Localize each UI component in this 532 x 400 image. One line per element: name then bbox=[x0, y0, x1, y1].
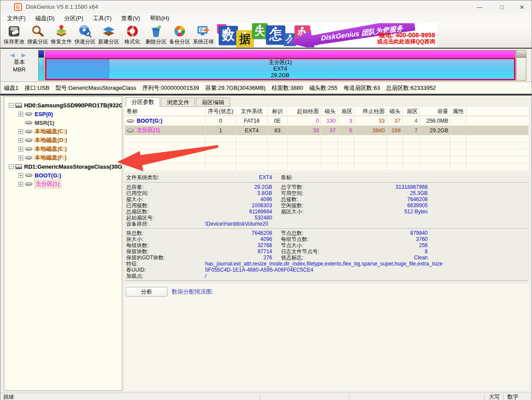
toolbar-button-新建分区[interactable]: 新建分区 bbox=[97, 24, 121, 47]
tab-浏览文件[interactable]: 浏览文件 bbox=[161, 98, 195, 107]
column-header-标识[interactable]: 标识 bbox=[268, 107, 287, 116]
disk-prev-next-arrows-icon[interactable]: ◀ ▶ bbox=[0, 52, 38, 58]
tree-item-label: 本地磁盘(D:) bbox=[35, 136, 67, 144]
menu-item-工具(T)[interactable]: 工具(T) bbox=[90, 14, 115, 23]
table-empty-row[interactable] bbox=[125, 149, 528, 156]
tab-扇区编辑[interactable]: 扇区编辑 bbox=[196, 98, 230, 107]
menu-item-磁盘(D)[interactable]: 磁盘(D) bbox=[32, 14, 58, 23]
toolbar-button-恢复文件[interactable]: 恢复文件 bbox=[50, 24, 73, 47]
menu-item-分区(P)[interactable]: 分区(P) bbox=[61, 14, 86, 23]
empty-cell bbox=[268, 135, 287, 142]
table-empty-row[interactable] bbox=[125, 163, 528, 170]
partition-bar-free[interactable] bbox=[517, 50, 526, 80]
cell-属性 bbox=[450, 126, 466, 135]
toolbar-button-备份分区[interactable]: 备份分区 bbox=[168, 24, 192, 47]
column-header-卷标[interactable]: 卷标 bbox=[125, 107, 206, 116]
cell-磁头: 37 bbox=[387, 116, 403, 125]
collapse-icon[interactable]: − bbox=[9, 103, 14, 108]
toolbar-button-格式化[interactable]: 格式化 bbox=[121, 24, 144, 47]
cell-序号(状态): 1 bbox=[206, 126, 236, 135]
tree-item-RD1:GenericMassStorageClass(30GB)[interactable]: −RD1:GenericMassStorageClass(30GB) bbox=[9, 162, 122, 171]
status-separator bbox=[260, 394, 260, 400]
tree-item-ESP(0)[interactable]: +ESP(0) bbox=[18, 110, 53, 118]
toolbar-button-系统迁移[interactable]: 系统迁移 bbox=[192, 24, 215, 47]
cell-扇区: 3 bbox=[338, 116, 355, 125]
detail-value: 32768 bbox=[205, 242, 272, 248]
tree-item-HD0:SamsungSSD990PRO1TB(932GB)[interactable]: −HD0:SamsungSSD990PRO1TB(932GB) bbox=[9, 101, 122, 110]
expand-icon[interactable]: + bbox=[18, 112, 23, 117]
column-header-容量[interactable]: 容量 bbox=[420, 107, 450, 116]
toolbar-button-快速分区[interactable]: 快速分区 bbox=[73, 24, 97, 47]
partition-icon bbox=[25, 112, 32, 116]
empty-cell bbox=[387, 163, 403, 170]
column-header-扇区[interactable]: 扇区 bbox=[403, 107, 420, 116]
tab-分区参数[interactable]: 分区参数 bbox=[126, 97, 160, 107]
toolbar-button-保存更改[interactable]: 保存更改 bbox=[2, 24, 26, 47]
column-header-磁头[interactable]: 磁头 bbox=[321, 107, 338, 116]
disk-info-segment: 总扇区数:62333952 bbox=[386, 84, 436, 92]
status-separator bbox=[503, 394, 504, 400]
column-header-磁头[interactable]: 磁头 bbox=[387, 107, 403, 116]
ad-banner[interactable]: 数据失怎么办! DiskGenius 团队为您服务 致电: 400-008-99… bbox=[216, 23, 437, 47]
expand-icon[interactable]: + bbox=[18, 156, 23, 160]
toolbar-button-label: 新建分区 bbox=[98, 38, 119, 46]
expand-icon[interactable]: + bbox=[18, 138, 23, 143]
detail-label: 状态标志: bbox=[281, 254, 347, 262]
expand-icon[interactable]: + bbox=[18, 129, 23, 134]
partition-icon bbox=[127, 119, 134, 123]
analyze-button[interactable]: 分析 bbox=[126, 287, 167, 297]
empty-cell bbox=[420, 156, 450, 163]
cell-终止柱面: 3840 bbox=[355, 126, 387, 135]
partition-bar-boot[interactable] bbox=[39, 50, 44, 80]
ad-tile: 数 bbox=[219, 26, 238, 45]
tree-item-BOOT(G:)[interactable]: +BOOT(G:) bbox=[18, 171, 61, 180]
table-empty-row[interactable] bbox=[125, 135, 528, 142]
column-header-属性[interactable]: 属性 bbox=[450, 107, 466, 116]
tree-item-本地磁盘(E:)[interactable]: +本地磁盘(E:) bbox=[18, 145, 67, 153]
ad-contact[interactable]: 致电: 400-008-9958 或点击此处选择QQ咨询 bbox=[370, 32, 435, 45]
menu-item-查看(V)[interactable]: 查看(V) bbox=[118, 14, 143, 23]
empty-cell bbox=[287, 135, 321, 142]
expand-icon[interactable]: + bbox=[18, 182, 23, 187]
column-header-序号(状态)[interactable]: 序号(状态) bbox=[206, 107, 236, 116]
table-row-BOOT(G:)[interactable]: BOOT(G:)0FAT160E0130333374256.0MB bbox=[125, 116, 528, 126]
cell-filler bbox=[466, 116, 528, 125]
tree-item-本地磁盘(F:)[interactable]: +本地磁盘(F:) bbox=[18, 153, 67, 162]
disk-info-segment: 磁头数:255 bbox=[309, 84, 337, 92]
empty-cell bbox=[355, 163, 387, 170]
table-row-主分区(1)[interactable]: 主分区(1)1EXT483333753840199729.2GB bbox=[125, 126, 528, 135]
save-icon bbox=[7, 25, 21, 38]
empty-cell bbox=[206, 163, 236, 170]
tree-item-本地磁盘(D:)[interactable]: +本地磁盘(D:) bbox=[18, 136, 67, 145]
column-header-扇区[interactable]: 扇区 bbox=[338, 107, 355, 116]
empty-cell bbox=[403, 149, 420, 156]
expand-icon[interactable]: + bbox=[18, 147, 23, 152]
partition-bar-primary[interactable]: 主分区(1) EXT4 29.2GB bbox=[45, 50, 515, 80]
column-header-起始柱面[interactable]: 起始柱面 bbox=[287, 107, 321, 116]
toolbar-button-删除分区[interactable]: 删除分区 bbox=[144, 24, 168, 47]
status-num-indicator: 数字 bbox=[504, 393, 521, 400]
toolbar-button-搜索分区[interactable]: 搜索分区 bbox=[26, 24, 50, 47]
maximize-button[interactable]: □ bbox=[492, 0, 512, 14]
volume-name: BOOT(G:) bbox=[137, 118, 162, 124]
tree-item-本地磁盘(C:)[interactable]: +本地磁盘(C:) bbox=[18, 127, 67, 136]
menu-item-帮助(H)[interactable]: 帮助(H) bbox=[147, 14, 172, 23]
partition-bar-free-strip bbox=[517, 50, 526, 57]
close-button[interactable]: ✕ bbox=[512, 0, 532, 14]
disk-icon bbox=[15, 103, 22, 108]
tree-item-MSR(1)[interactable]: MSR(1) bbox=[18, 118, 54, 127]
analyze-row: 分析 数据分配情况图: bbox=[126, 287, 213, 297]
tree-item-主分区(1)[interactable]: +主分区(1) bbox=[18, 180, 60, 188]
table-empty-row[interactable] bbox=[125, 142, 528, 149]
column-header-文件系统[interactable]: 文件系统 bbox=[236, 107, 268, 116]
quick-partition-icon bbox=[78, 25, 92, 38]
minimize-button[interactable]: — bbox=[469, 0, 489, 14]
table-empty-row[interactable] bbox=[125, 156, 528, 163]
expand-icon[interactable]: + bbox=[18, 173, 23, 178]
column-header-终止柱面[interactable]: 终止柱面 bbox=[355, 107, 387, 116]
ad-qq-link[interactable]: 或点击此处选择QQ咨询 bbox=[370, 39, 435, 45]
collapse-icon[interactable]: − bbox=[9, 164, 14, 169]
detail-value: 879840 bbox=[347, 230, 428, 236]
tree-item-label: RD1:GenericMassStorageClass(30GB) bbox=[24, 163, 122, 170]
menu-item-文件(F)[interactable]: 文件(F) bbox=[4, 14, 29, 23]
